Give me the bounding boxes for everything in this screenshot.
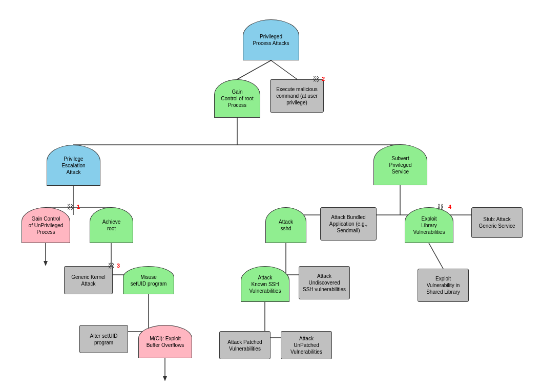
- node-stub-generic: Stub: Attack Generic Service: [471, 207, 523, 238]
- badge-4: 4: [448, 204, 451, 210]
- node-privilege-escalation: Privilege Escalation Attack: [47, 145, 100, 186]
- node-misuse-setuid: Misuse setUID program: [123, 266, 174, 294]
- chain-link-icon-3: ⛓: [108, 262, 114, 270]
- node-achieve-root: Achieve root: [90, 207, 133, 243]
- node-attack-undiscovered: Attack Undiscovered SSH vulnerabilities: [299, 266, 350, 299]
- svg-line-36: [429, 243, 443, 269]
- chain-link-icon-1: ⛓: [67, 203, 73, 211]
- svg-line-0: [237, 60, 271, 79]
- node-execute-malicious: Execute malicious command (at user privi…: [270, 79, 324, 113]
- node-exploit-library: Exploit Library Vulnerabilities: [405, 207, 453, 243]
- node-generic-kernel: Generic Kernel Attack: [64, 266, 113, 294]
- node-attack-patched: Attack Patched Vulnerabilities: [219, 331, 270, 359]
- svg-marker-21: [44, 261, 48, 266]
- node-gain-control-unpriv: Gain Control of UnPrivileged Process: [22, 207, 70, 243]
- chain-link-icon-4: ⛓: [437, 203, 444, 211]
- node-subvert-privileged: Subvert Privileged Service: [373, 144, 427, 185]
- node-attack-unpatched: Attack UnPatched Vulnerabilities: [281, 331, 332, 359]
- node-attack-known-ssh: Attack Known SSH Vulnerabilities: [241, 266, 289, 302]
- chain-link-icon-2: ⛓: [313, 75, 319, 83]
- svg-line-1: [271, 60, 297, 79]
- node-alter-setuid: Alter setUID program: [79, 325, 128, 353]
- diagram-canvas: { "nodes": { "root": { "label": "Privile…: [0, 0, 541, 392]
- node-exploit-buffer: M(CI): Exploit Buffer Overflows: [138, 325, 192, 358]
- badge-3: 3: [117, 263, 120, 269]
- node-exploit-vuln-shared: Exploit Vulnerability in Shared Library: [418, 269, 469, 302]
- node-gain-control-root: Gain Control of root Process: [214, 79, 260, 118]
- node-privileged-process-attacks: Privileged Process Attacks: [243, 19, 299, 60]
- svg-marker-19: [163, 376, 167, 381]
- badge-1: 1: [77, 204, 80, 210]
- badge-2: 2: [322, 76, 325, 82]
- node-attack-sshd: Attack sshd: [265, 207, 306, 243]
- node-attack-bundled: Attack Bundled Application (e.g., Sendma…: [320, 207, 377, 241]
